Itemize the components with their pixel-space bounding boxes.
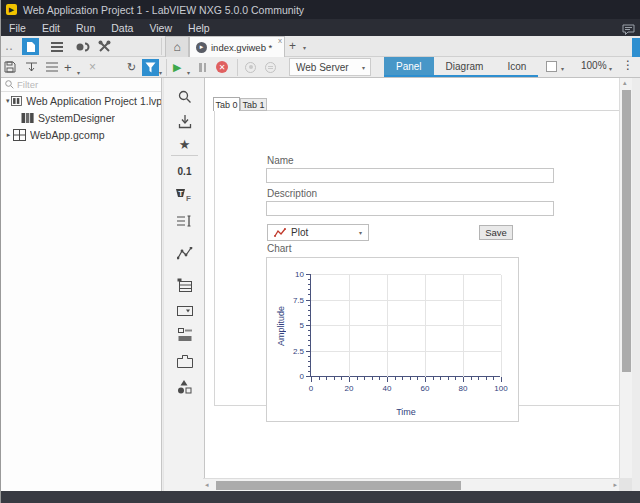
document-tab-index-gviweb[interactable]: ▸ index.gviweb * x xyxy=(189,36,285,57)
chart-control[interactable]: Time Amplitude 02.557.510020406080100 xyxy=(266,257,519,422)
scrollbar-corner xyxy=(619,478,632,491)
filter-button[interactable] xyxy=(142,59,159,76)
chart-plot-area: Time Amplitude 02.557.510020406080100 xyxy=(310,275,500,377)
tab-panel[interactable]: Panel xyxy=(384,57,434,75)
description-label: Description xyxy=(267,188,317,199)
tree-item-webapp-gcomp[interactable]: ▸ WebApp.gcomp xyxy=(1,126,161,143)
palette-import-button[interactable] xyxy=(164,111,205,133)
expand-list-button[interactable] xyxy=(46,58,58,76)
home-tab[interactable]: ⌂ xyxy=(165,36,189,57)
tab-icon[interactable]: Icon xyxy=(495,57,538,75)
graph-icon xyxy=(177,247,193,260)
new-tab-button[interactable]: + xyxy=(289,39,296,53)
panel-canvas[interactable]: Tab 0 Tab 1 Name Description Plot ▾ Save… xyxy=(205,78,619,478)
menu-data[interactable]: Data xyxy=(103,21,141,35)
svg-text:T: T xyxy=(178,189,183,198)
color-picker[interactable] xyxy=(546,61,557,72)
tree-item-label: SystemDesigner xyxy=(38,112,115,124)
shapes-icon xyxy=(177,380,192,394)
home-icon: ⌂ xyxy=(173,40,180,54)
palette-text-button[interactable] xyxy=(164,210,205,232)
tools-icon xyxy=(98,40,111,53)
more-options-icon[interactable]: ⋮ xyxy=(622,58,634,72)
funnel-icon xyxy=(145,62,156,73)
divider xyxy=(161,38,162,55)
tab-control-frame: Name Description Plot ▾ Save Chart Time … xyxy=(214,110,619,406)
menu-view[interactable]: View xyxy=(141,21,180,35)
palette-search-button[interactable] xyxy=(164,86,205,108)
controls-palette: ★ 0.1 TF xyxy=(163,78,205,491)
import-icon xyxy=(178,115,192,129)
menu-bar: File Edit Run Data View Help xyxy=(1,19,640,36)
tree-item-systemdesigner[interactable]: SystemDesigner xyxy=(1,109,161,126)
palette-shapes-button[interactable] xyxy=(164,376,205,398)
expander-icon[interactable]: ▸ xyxy=(4,131,13,139)
remove-item-button[interactable]: × xyxy=(89,58,96,76)
gviweb-icon: ▸ xyxy=(196,42,207,53)
expander-icon[interactable]: ▾ xyxy=(4,97,11,105)
zoom-chevron-icon[interactable]: ▾ xyxy=(609,65,612,72)
name-input[interactable] xyxy=(266,168,554,183)
plot-dropdown[interactable]: Plot ▾ xyxy=(267,224,369,241)
abort-button[interactable]: ✕ xyxy=(216,58,228,76)
svg-text:F: F xyxy=(186,194,191,202)
vertical-scroll-thumb[interactable] xyxy=(622,90,631,372)
add-item-button[interactable]: + xyxy=(64,58,72,76)
palette-favorites-button[interactable]: ★ xyxy=(164,133,205,155)
palette-tab-control-button[interactable] xyxy=(164,350,205,372)
systemdesigner-icon xyxy=(21,112,34,124)
data-grid-icon xyxy=(177,278,192,292)
page-tab-0[interactable]: Tab 0 xyxy=(213,97,240,111)
vertical-scrollbar[interactable]: ▴ ▾ xyxy=(619,78,632,485)
page-tab-1[interactable]: Tab 1 xyxy=(240,98,267,111)
web-server-chevron-icon: ▾ xyxy=(362,64,365,71)
scroll-right-icon[interactable]: ▸ xyxy=(613,481,617,489)
menu-run[interactable]: Run xyxy=(68,21,103,35)
palette-graph-button[interactable] xyxy=(164,242,205,264)
web-server-dropdown[interactable]: Web Server ▾ xyxy=(289,58,371,76)
tab-control-icon xyxy=(177,355,193,368)
palette-boolean-button[interactable]: TF xyxy=(164,184,205,206)
tools-view-button[interactable] xyxy=(96,38,113,55)
horizontal-scroll-thumb[interactable] xyxy=(216,481,461,490)
probe-button[interactable] xyxy=(245,58,256,76)
document-icon xyxy=(26,41,36,53)
save-button[interactable]: Save xyxy=(479,225,513,240)
zoom-level[interactable]: 100% xyxy=(581,60,607,71)
filter-input[interactable] xyxy=(17,79,137,90)
button-controls-icon xyxy=(178,328,192,342)
gcomp-icon xyxy=(13,129,26,141)
circles-icon xyxy=(76,42,90,52)
palette-numeric-button[interactable]: 0.1 xyxy=(164,160,205,182)
tab-close-icon[interactable]: x xyxy=(278,37,282,45)
refresh-button[interactable]: ↻ xyxy=(127,58,136,76)
open-item-button[interactable] xyxy=(25,58,38,76)
page-tab-label: Tab 1 xyxy=(242,100,264,110)
resources-view-button[interactable] xyxy=(74,38,91,55)
horizontal-scrollbar[interactable]: ◂ ▸ xyxy=(203,478,619,491)
menu-file[interactable]: File xyxy=(1,21,34,35)
lines-icon xyxy=(46,62,58,72)
menu-help[interactable]: Help xyxy=(180,21,218,35)
scroll-up-icon[interactable]: ▴ xyxy=(623,79,627,87)
menu-edit[interactable]: Edit xyxy=(34,21,68,35)
description-input[interactable] xyxy=(266,201,554,216)
search-icon xyxy=(5,80,14,89)
scroll-left-icon[interactable]: ◂ xyxy=(205,481,209,489)
breakpoint-button[interactable] xyxy=(265,58,276,76)
save-all-button[interactable] xyxy=(4,58,16,76)
palette-data-grid-button[interactable] xyxy=(164,274,205,296)
page-tab-label: Tab 0 xyxy=(215,100,237,110)
panel-handle-icon[interactable]: ‥ xyxy=(5,37,13,55)
toolbar-row-main: + ▾ × ↻ ▾ ▶ ▾ ✕ Web Server ▾ Panel Diagr… xyxy=(1,57,640,78)
palette-dropdown-button[interactable] xyxy=(164,300,205,322)
pause-button[interactable] xyxy=(199,58,206,76)
run-button[interactable]: ▶ xyxy=(173,58,181,76)
tree-item-project[interactable]: ▾ Web Application Project 1.lvproje... xyxy=(1,92,161,109)
files-view-button[interactable] xyxy=(22,38,39,55)
list-view-button[interactable] xyxy=(48,38,65,55)
new-tab-chevron-icon[interactable]: ▾ xyxy=(303,44,306,51)
color-chevron-icon[interactable]: ▾ xyxy=(561,65,564,72)
tab-diagram[interactable]: Diagram xyxy=(434,57,496,75)
palette-button-controls-button[interactable] xyxy=(164,324,205,346)
